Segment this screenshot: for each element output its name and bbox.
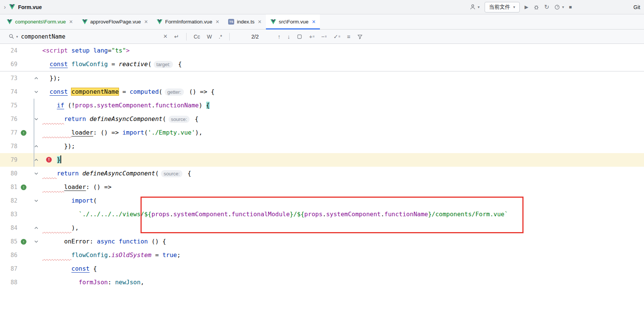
find-in-selection-icon[interactable]	[297, 34, 302, 39]
code-line[interactable]: 83 `./../../../views/${props.systemCompo…	[0, 208, 644, 221]
code-line[interactable]: 74 const componentName = computed(getter…	[0, 85, 644, 99]
editor-tab[interactable]: TSindex.ts×	[224, 14, 266, 29]
line-number[interactable]: 85	[0, 235, 17, 248]
line-number[interactable]: 73	[0, 71, 17, 85]
stop-button[interactable]: ■	[569, 4, 572, 10]
gutter[interactable]: 79	[0, 153, 42, 167]
editor-tab[interactable]: FormInformation.vue×	[152, 14, 224, 29]
line-number[interactable]: 81	[0, 180, 17, 194]
line-number[interactable]: 74	[0, 85, 17, 99]
filter-icon[interactable]	[357, 34, 363, 39]
gutter[interactable]: 77↑	[0, 126, 42, 140]
close-tab-icon[interactable]: ×	[144, 19, 148, 25]
line-number[interactable]: 76	[0, 112, 17, 126]
add-occurrence-icon[interactable]: +II	[309, 33, 314, 40]
fold-up-icon[interactable]	[30, 140, 42, 153]
fold-down-icon[interactable]	[30, 194, 42, 208]
editor-tab[interactable]: src\Form.vue×	[266, 14, 320, 29]
gutter[interactable]: 81↑	[0, 180, 42, 194]
line-number[interactable]: 82	[0, 194, 17, 208]
gutter[interactable]: 85↑	[0, 235, 42, 248]
code-line[interactable]: 87 const {	[0, 262, 644, 276]
line-number[interactable]: 83	[0, 208, 17, 221]
code-line[interactable]: 24<script setup lang="ts">	[0, 44, 644, 57]
run-config-selector[interactable]: 当前文件 ▾	[485, 2, 520, 12]
code-line[interactable]: 84 ),	[0, 221, 644, 235]
user-icon[interactable]	[469, 4, 476, 10]
regex-button[interactable]: .*	[219, 34, 222, 40]
gutter[interactable]: 76	[0, 112, 42, 126]
search-history-chevron-icon[interactable]: ▾	[16, 35, 18, 39]
select-all-occurrences-icon[interactable]: ✓II	[334, 33, 340, 40]
gutter[interactable]: 74	[0, 85, 42, 99]
implemented-marker-icon[interactable]: ↑	[21, 184, 26, 190]
run-button[interactable]: ▶	[525, 4, 528, 10]
search-options-icon[interactable]: ≡	[347, 33, 351, 40]
whole-words-button[interactable]: W	[207, 34, 212, 40]
gutter[interactable]: 87	[0, 262, 42, 276]
gutter[interactable]: 80	[0, 167, 42, 180]
chevron-down-icon[interactable]: ▾	[562, 5, 564, 9]
code-line[interactable]: 77↑ loader: () => import('./Empty.vue'),	[0, 126, 644, 140]
code-line[interactable]: 73 });	[0, 71, 644, 85]
gutter[interactable]: 86	[0, 248, 42, 262]
close-tab-icon[interactable]: ×	[258, 19, 261, 25]
fold-down-icon[interactable]	[30, 85, 42, 99]
line-number[interactable]: 80	[0, 167, 17, 180]
gutter[interactable]: 24	[0, 44, 42, 57]
close-tab-icon[interactable]: ×	[312, 19, 315, 25]
fold-up-icon[interactable]	[30, 71, 42, 85]
git-widget[interactable]: Git	[633, 4, 640, 10]
line-number[interactable]: 75	[0, 99, 17, 112]
fold-down-icon[interactable]	[30, 112, 42, 126]
code-line[interactable]: 81↑ loader: () =>	[0, 180, 644, 194]
editor-tab[interactable]: components\Form.vue×	[2, 14, 77, 29]
gutter[interactable]: 82	[0, 194, 42, 208]
fold-down-icon[interactable]	[30, 167, 42, 180]
debug-icon[interactable]	[533, 4, 539, 10]
line-number[interactable]: 24	[0, 44, 17, 57]
clear-search-icon[interactable]: ×	[164, 33, 168, 40]
close-tab-icon[interactable]: ×	[69, 19, 73, 25]
editor-tab[interactable]: approveFlowPage.vue×	[77, 14, 153, 29]
gutter[interactable]: 78	[0, 140, 42, 153]
previous-match-icon[interactable]: ↑	[278, 33, 281, 40]
code-line[interactable]: 76 return defineAsyncComponent(source: {	[0, 112, 644, 126]
line-number[interactable]: 77	[0, 126, 17, 140]
gutter[interactable]: 73	[0, 71, 42, 85]
gutter[interactable]: 84	[0, 221, 42, 235]
gutter[interactable]: 69	[0, 57, 42, 71]
close-tab-icon[interactable]: ×	[216, 19, 219, 25]
gutter[interactable]: 88	[0, 276, 42, 289]
line-number[interactable]: 86	[0, 248, 17, 262]
profiler-icon[interactable]	[554, 4, 560, 10]
line-number[interactable]: 88	[0, 276, 17, 289]
code-line[interactable]: 88 formJson: newJson,	[0, 276, 644, 289]
code-line[interactable]: 75 if (!props.systemComponent.functionNa…	[0, 99, 644, 112]
code-line[interactable]: 79! }	[0, 153, 644, 167]
fold-up-icon[interactable]	[30, 221, 42, 235]
code-line[interactable]: 86 flowConfig.isOldSystem = true;	[0, 248, 644, 262]
next-match-icon[interactable]: ↓	[287, 33, 290, 40]
code-line[interactable]: 85↑ onError: async function () {	[0, 235, 644, 248]
line-number[interactable]: 79	[0, 153, 17, 167]
line-number[interactable]: 84	[0, 221, 17, 235]
fold-up-icon[interactable]	[30, 153, 42, 167]
remove-occurrence-icon[interactable]: −II	[321, 33, 327, 40]
fold-down-icon[interactable]	[30, 235, 42, 248]
search-icon[interactable]	[9, 34, 14, 39]
line-number[interactable]: 78	[0, 140, 17, 153]
breadcrumb-chevron-icon[interactable]: ›	[4, 4, 6, 10]
line-number[interactable]: 87	[0, 262, 17, 276]
match-case-button[interactable]: Cc	[194, 34, 200, 40]
chevron-down-icon[interactable]: ▾	[478, 5, 480, 9]
code-line[interactable]: 69 const flowConfig = reactive(target: {	[0, 57, 644, 71]
line-number[interactable]: 69	[0, 57, 17, 71]
code-line[interactable]: 82 import(	[0, 194, 644, 208]
coverage-icon[interactable]: ↻	[544, 3, 549, 11]
gutter[interactable]: 75	[0, 99, 42, 112]
newline-icon[interactable]: ↵	[174, 33, 179, 40]
implemented-marker-icon[interactable]: ↑	[21, 130, 26, 136]
code-line[interactable]: 78 });	[0, 140, 644, 153]
gutter[interactable]: 83	[0, 208, 42, 221]
